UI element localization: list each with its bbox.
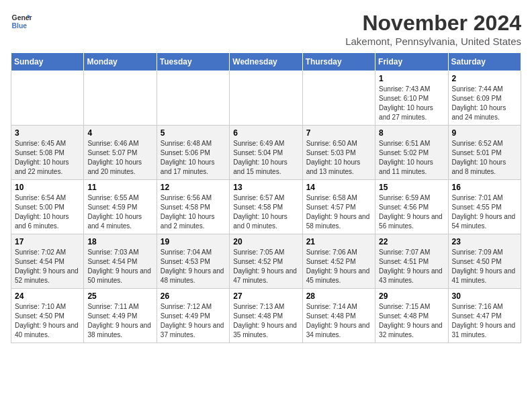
calendar-cell: 1Sunrise: 7:43 AMSunset: 6:10 PMDaylight… xyxy=(375,71,448,126)
day-info: Sunrise: 7:12 AMSunset: 4:49 PMDaylight:… xyxy=(161,302,226,340)
location-title: Lakemont, Pennsylvania, United States xyxy=(345,36,521,47)
weekday-header: Thursday xyxy=(302,53,375,71)
calendar-cell: 12Sunrise: 6:56 AMSunset: 4:58 PMDayligh… xyxy=(157,180,229,234)
calendar-cell: 21Sunrise: 7:06 AMSunset: 4:52 PMDayligh… xyxy=(302,234,375,289)
day-info: Sunrise: 7:16 AMSunset: 4:47 PMDaylight:… xyxy=(452,302,517,340)
day-info: Sunrise: 6:48 AMSunset: 5:06 PMDaylight:… xyxy=(161,139,226,177)
day-number: 5 xyxy=(161,128,226,138)
day-info: Sunrise: 7:01 AMSunset: 4:55 PMDaylight:… xyxy=(452,193,517,231)
calendar-week-row: 24Sunrise: 7:10 AMSunset: 4:50 PMDayligh… xyxy=(11,289,521,343)
day-number: 17 xyxy=(15,237,80,246)
calendar-header-row: SundayMondayTuesdayWednesdayThursdayFrid… xyxy=(11,53,521,71)
calendar-cell: 17Sunrise: 7:02 AMSunset: 4:54 PMDayligh… xyxy=(11,234,84,289)
day-info: Sunrise: 7:06 AMSunset: 4:52 PMDaylight:… xyxy=(306,248,371,285)
day-info: Sunrise: 7:43 AMSunset: 6:10 PMDaylight:… xyxy=(379,85,444,122)
calendar-cell: 15Sunrise: 6:59 AMSunset: 4:56 PMDayligh… xyxy=(375,180,448,234)
day-number: 24 xyxy=(15,291,80,301)
calendar-cell: 9Sunrise: 6:52 AMSunset: 5:01 PMDaylight… xyxy=(448,126,521,180)
calendar-cell: 29Sunrise: 7:15 AMSunset: 4:48 PMDayligh… xyxy=(375,289,448,343)
calendar-cell xyxy=(84,71,157,126)
weekday-header: Wednesday xyxy=(230,53,302,71)
day-number: 20 xyxy=(233,237,298,246)
day-info: Sunrise: 6:58 AMSunset: 4:57 PMDaylight:… xyxy=(306,193,371,231)
day-info: Sunrise: 7:04 AMSunset: 4:53 PMDaylight:… xyxy=(161,248,226,285)
day-number: 11 xyxy=(87,183,152,192)
calendar-cell: 8Sunrise: 6:51 AMSunset: 5:02 PMDaylight… xyxy=(375,126,448,180)
day-info: Sunrise: 6:46 AMSunset: 5:07 PMDaylight:… xyxy=(87,139,152,177)
day-info: Sunrise: 7:05 AMSunset: 4:52 PMDaylight:… xyxy=(233,248,298,285)
day-number: 25 xyxy=(87,291,152,301)
calendar-cell: 23Sunrise: 7:09 AMSunset: 4:50 PMDayligh… xyxy=(448,234,521,289)
month-title: November 2024 xyxy=(345,11,521,36)
calendar-cell xyxy=(230,71,302,126)
day-number: 3 xyxy=(15,128,80,138)
calendar-week-row: 1Sunrise: 7:43 AMSunset: 6:10 PMDaylight… xyxy=(11,71,521,126)
calendar-cell: 30Sunrise: 7:16 AMSunset: 4:47 PMDayligh… xyxy=(448,289,521,343)
day-number: 15 xyxy=(379,183,444,192)
calendar-cell: 4Sunrise: 6:46 AMSunset: 5:07 PMDaylight… xyxy=(84,126,157,180)
day-number: 1 xyxy=(379,74,444,83)
calendar-cell: 19Sunrise: 7:04 AMSunset: 4:53 PMDayligh… xyxy=(157,234,229,289)
day-info: Sunrise: 7:14 AMSunset: 4:48 PMDaylight:… xyxy=(306,302,371,340)
day-info: Sunrise: 6:51 AMSunset: 5:02 PMDaylight:… xyxy=(379,139,444,177)
calendar-cell xyxy=(157,71,229,126)
weekday-header: Saturday xyxy=(448,53,521,71)
day-number: 19 xyxy=(161,237,226,246)
calendar-cell: 26Sunrise: 7:12 AMSunset: 4:49 PMDayligh… xyxy=(157,289,229,343)
calendar-week-row: 3Sunrise: 6:45 AMSunset: 5:08 PMDaylight… xyxy=(11,126,521,180)
day-number: 21 xyxy=(306,237,371,246)
weekday-header: Friday xyxy=(375,53,448,71)
day-info: Sunrise: 6:56 AMSunset: 4:58 PMDaylight:… xyxy=(161,193,226,231)
calendar-cell: 11Sunrise: 6:55 AMSunset: 4:59 PMDayligh… xyxy=(84,180,157,234)
day-info: Sunrise: 6:54 AMSunset: 5:00 PMDaylight:… xyxy=(15,193,80,231)
day-number: 18 xyxy=(87,237,152,246)
day-number: 16 xyxy=(452,183,517,192)
calendar-cell: 14Sunrise: 6:58 AMSunset: 4:57 PMDayligh… xyxy=(302,180,375,234)
weekday-header: Tuesday xyxy=(157,53,229,71)
day-info: Sunrise: 7:07 AMSunset: 4:51 PMDaylight:… xyxy=(379,248,444,285)
day-info: Sunrise: 7:11 AMSunset: 4:49 PMDaylight:… xyxy=(87,302,152,340)
calendar: SundayMondayTuesdayWednesdayThursdayFrid… xyxy=(11,52,521,343)
calendar-cell: 25Sunrise: 7:11 AMSunset: 4:49 PMDayligh… xyxy=(84,289,157,343)
day-number: 10 xyxy=(15,183,80,192)
day-number: 23 xyxy=(452,237,517,246)
day-number: 12 xyxy=(161,183,226,192)
day-number: 29 xyxy=(379,291,444,301)
calendar-cell xyxy=(11,71,84,126)
calendar-week-row: 17Sunrise: 7:02 AMSunset: 4:54 PMDayligh… xyxy=(11,234,521,289)
day-number: 27 xyxy=(233,291,298,301)
day-number: 8 xyxy=(379,128,444,138)
calendar-cell: 22Sunrise: 7:07 AMSunset: 4:51 PMDayligh… xyxy=(375,234,448,289)
day-number: 14 xyxy=(306,183,371,192)
calendar-cell: 13Sunrise: 6:57 AMSunset: 4:58 PMDayligh… xyxy=(230,180,302,234)
day-info: Sunrise: 6:50 AMSunset: 5:03 PMDaylight:… xyxy=(306,139,371,177)
day-number: 4 xyxy=(87,128,152,138)
day-info: Sunrise: 6:55 AMSunset: 4:59 PMDaylight:… xyxy=(87,193,152,231)
day-info: Sunrise: 7:15 AMSunset: 4:48 PMDaylight:… xyxy=(379,302,444,340)
logo: General Blue xyxy=(11,11,32,32)
calendar-cell: 28Sunrise: 7:14 AMSunset: 4:48 PMDayligh… xyxy=(302,289,375,343)
day-info: Sunrise: 6:57 AMSunset: 4:58 PMDaylight:… xyxy=(233,193,298,231)
day-info: Sunrise: 7:09 AMSunset: 4:50 PMDaylight:… xyxy=(452,248,517,285)
calendar-cell: 20Sunrise: 7:05 AMSunset: 4:52 PMDayligh… xyxy=(230,234,302,289)
day-number: 9 xyxy=(452,128,517,138)
day-number: 7 xyxy=(306,128,371,138)
day-number: 28 xyxy=(306,291,371,301)
svg-text:Blue: Blue xyxy=(12,22,28,30)
day-number: 6 xyxy=(233,128,298,138)
day-info: Sunrise: 6:49 AMSunset: 5:04 PMDaylight:… xyxy=(233,139,298,177)
logo-icon: General Blue xyxy=(11,11,32,32)
weekday-header: Sunday xyxy=(11,53,84,71)
weekday-header: Monday xyxy=(84,53,157,71)
day-info: Sunrise: 6:52 AMSunset: 5:01 PMDaylight:… xyxy=(452,139,517,177)
day-info: Sunrise: 7:02 AMSunset: 4:54 PMDaylight:… xyxy=(15,248,80,285)
calendar-cell: 2Sunrise: 7:44 AMSunset: 6:09 PMDaylight… xyxy=(448,71,521,126)
calendar-cell xyxy=(302,71,375,126)
calendar-cell: 27Sunrise: 7:13 AMSunset: 4:48 PMDayligh… xyxy=(230,289,302,343)
day-info: Sunrise: 7:03 AMSunset: 4:54 PMDaylight:… xyxy=(87,248,152,285)
day-info: Sunrise: 7:10 AMSunset: 4:50 PMDaylight:… xyxy=(15,302,80,340)
calendar-cell: 18Sunrise: 7:03 AMSunset: 4:54 PMDayligh… xyxy=(84,234,157,289)
calendar-cell: 6Sunrise: 6:49 AMSunset: 5:04 PMDaylight… xyxy=(230,126,302,180)
calendar-week-row: 10Sunrise: 6:54 AMSunset: 5:00 PMDayligh… xyxy=(11,180,521,234)
day-number: 26 xyxy=(161,291,226,301)
